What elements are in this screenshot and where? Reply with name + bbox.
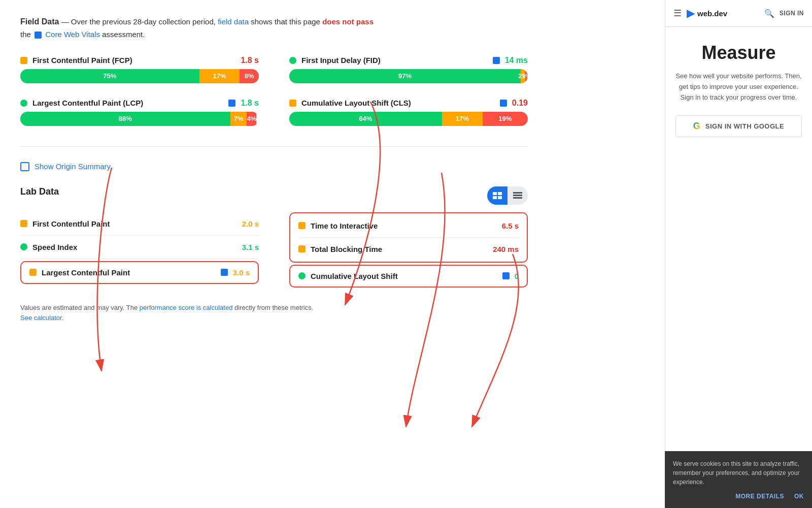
svg-rect-2 [493, 196, 497, 199]
cookie-notice-text: We serve cookies on this site to analyze… [673, 459, 804, 487]
lab-fcp-icon [20, 220, 27, 227]
field-data-desc-end: assessment. [102, 30, 145, 39]
footer-text: Values are estimated and may vary. The p… [20, 303, 528, 324]
fid-bar-poor: 1% [525, 69, 528, 83]
lab-lcp-value: 3.0 s [233, 268, 250, 277]
svg-rect-5 [513, 195, 522, 196]
lab-tbt-row: Total Blocking Time 240 ms [298, 238, 519, 261]
field-data-desc-prefix: — Over the previous 28-day collection pe… [61, 17, 216, 26]
lcp-bar: 88% 7% 4% [20, 112, 259, 126]
fcp-bar-good: 75% [20, 69, 199, 83]
lab-tti-value: 6.5 s [502, 221, 519, 230]
metric-cls-header: Cumulative Layout Shift (CLS) 0.19 [289, 99, 528, 108]
lab-tti-tbt-group: Time to Interactive 6.5 s Total Blocking… [289, 212, 528, 263]
origin-summary-label[interactable]: Show Origin Summary [35, 162, 111, 171]
lab-tti-row: Time to Interactive 6.5 s [298, 214, 519, 238]
field-data-desc-middle: shows that this page [251, 17, 320, 26]
cookie-notice: We serve cookies on this site to analyze… [665, 451, 812, 508]
fid-cwv-badge [493, 57, 500, 64]
metric-fid-header: First Input Delay (FID) 14 ms [289, 56, 528, 65]
cls-name: Cumulative Layout Shift (CLS) [301, 99, 498, 107]
toggle-grid-button[interactable] [487, 186, 507, 205]
lcp-cwv-badge [228, 100, 235, 107]
lab-metrics-left: First Contentful Paint 2.0 s Speed Index… [20, 212, 259, 288]
metric-lcp: Largest Contentful Paint (LCP) 1.8 s 88%… [20, 99, 259, 126]
metric-cls: Cumulative Layout Shift (CLS) 0.19 64% 1… [289, 99, 528, 126]
svg-rect-1 [498, 192, 502, 195]
cls-bar-good: 64% [289, 112, 442, 126]
view-toggle [487, 186, 528, 205]
lab-cls-cwv-badge [502, 272, 510, 279]
cwv-flag-icon [35, 31, 42, 39]
metric-lcp-header: Largest Contentful Paint (LCP) 1.8 s [20, 99, 259, 108]
lcp-bar-ni: 7% [230, 112, 247, 126]
lab-cls-name: Cumulative Layout Shift [311, 272, 500, 280]
cookie-ok-button[interactable]: OK [794, 493, 804, 500]
origin-summary-checkbox[interactable] [20, 162, 29, 171]
performance-score-link[interactable]: performance score is calculated [140, 304, 233, 311]
lab-data-section: Lab Data [20, 186, 528, 288]
fcp-icon [20, 57, 27, 64]
metric-fcp-header: First Contentful Paint (FCP) 1.8 s [20, 56, 259, 65]
lab-cls-row: Cumulative Layout Shift 0 [289, 265, 528, 288]
lab-si-name: Speed Index [32, 243, 242, 251]
lab-metrics-right: Time to Interactive 6.5 s Total Blocking… [289, 212, 528, 288]
fid-name: First Input Delay (FID) [301, 56, 491, 65]
lab-fcp-name: First Contentful Paint [32, 219, 242, 228]
fid-bar-good: 97% [289, 69, 521, 83]
lab-cls-value: 0 [515, 272, 519, 280]
core-web-vitals-link[interactable]: Core Web Vitals [45, 30, 100, 39]
webdev-main: Measure See how well your website perfor… [665, 27, 812, 152]
lab-data-title: Lab Data [20, 186, 59, 197]
lcp-name: Largest Contentful Paint (LCP) [32, 99, 226, 107]
sign-in-link[interactable]: SIGN IN [780, 10, 804, 17]
cookie-actions: MORE DETAILS OK [673, 493, 804, 500]
list-view-icon [513, 192, 522, 199]
webdev-title: Measure [675, 42, 802, 64]
cls-value: 0.19 [512, 99, 528, 108]
fcp-bar-poor: 8% [240, 69, 259, 83]
metric-fcp: First Contentful Paint (FCP) 1.8 s 75% 1… [20, 56, 259, 83]
see-calculator-link[interactable]: See calculator [20, 314, 62, 322]
lab-si-row: Speed Index 3.1 s [20, 236, 259, 259]
lab-tbt-name: Total Blocking Time [311, 245, 493, 253]
hamburger-icon[interactable]: ☰ [673, 8, 682, 19]
webdev-logo-text: web.dev [697, 9, 727, 18]
footer-text-middle: directly from these metrics. [234, 304, 313, 311]
fcp-bar-ni: 17% [199, 69, 240, 83]
cls-bar-ni: 17% [442, 112, 483, 126]
webdev-description: See how well your website performs. Then… [675, 71, 802, 103]
cls-bar-poor: 19% [483, 112, 528, 126]
webdev-logo: ▶ web.dev [687, 7, 727, 19]
field-metrics-grid: First Contentful Paint (FCP) 1.8 s 75% 1… [20, 56, 528, 147]
lab-lcp-row: Largest Contentful Paint 3.0 s [20, 261, 259, 284]
toggle-list-button[interactable] [507, 186, 528, 205]
lab-tti-name: Time to Interactive [311, 221, 502, 230]
svg-rect-4 [513, 192, 522, 194]
footer-period: . [62, 314, 64, 322]
lab-tti-icon [298, 222, 306, 229]
lab-fcp-row: First Contentful Paint 2.0 s [20, 212, 259, 236]
field-data-label: Field Data [20, 17, 59, 26]
lab-tbt-icon [298, 245, 306, 252]
webdev-arrow-icon: ▶ [687, 7, 694, 19]
fcp-name: First Contentful Paint (FCP) [32, 56, 235, 65]
webdev-header: ☰ ▶ web.dev 🔍 SIGN IN [665, 0, 812, 27]
google-g-icon: G [693, 121, 700, 132]
google-signin-text: SIGN IN WITH GOOGLE [705, 122, 784, 130]
lab-fcp-value: 2.0 s [242, 219, 259, 228]
google-signin-button[interactable]: G SIGN IN WITH GOOGLE [675, 115, 802, 137]
field-data-header: Field Data — Over the previous 28-day co… [20, 15, 528, 41]
field-data-link[interactable]: field data [218, 17, 249, 26]
field-data-desc-suffix: the [20, 30, 31, 39]
svg-rect-3 [498, 196, 502, 199]
svg-rect-6 [513, 197, 522, 199]
footer-text-start: Values are estimated and may vary. The [20, 304, 138, 311]
lcp-icon [20, 100, 27, 107]
webdev-panel: ☰ ▶ web.dev 🔍 SIGN IN Measure See how we… [665, 0, 812, 508]
search-icon[interactable]: 🔍 [764, 9, 774, 18]
cls-icon [289, 100, 296, 107]
does-not-pass-text: does not pass [322, 17, 374, 26]
cookie-more-details-button[interactable]: MORE DETAILS [735, 493, 784, 500]
origin-summary-row[interactable]: Show Origin Summary [20, 162, 528, 171]
